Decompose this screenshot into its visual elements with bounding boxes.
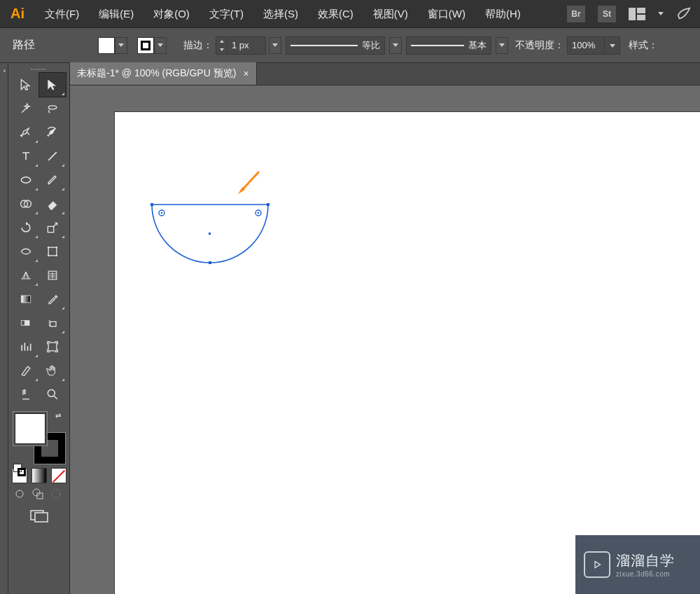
collapsed-panel-strip[interactable]: ‹‹	[0, 63, 8, 594]
stock-icon[interactable]: St	[598, 6, 616, 22]
symbol-sprayer-tool[interactable]	[39, 311, 66, 335]
artboard[interactable]	[115, 112, 700, 594]
opacity-dropdown-icon[interactable]	[605, 36, 620, 55]
scale-tool[interactable]	[39, 216, 66, 240]
svg-marker-4	[220, 48, 224, 51]
svg-marker-5	[610, 44, 615, 48]
stroke-weight-down-icon[interactable]	[216, 46, 227, 54]
hand-tool[interactable]	[39, 359, 66, 382]
arrange-documents-icon[interactable]	[629, 8, 645, 20]
toolbox-grip-icon[interactable]: ••••••	[8, 64, 70, 73]
stroke-dropdown-icon[interactable]	[154, 37, 167, 54]
direct-selection-tool[interactable]	[39, 73, 66, 97]
menu-view[interactable]: 视图(V)	[363, 0, 418, 28]
paintbrush-tool[interactable]	[39, 168, 66, 192]
line-sample-icon	[290, 45, 358, 46]
artboard-tool[interactable]	[39, 335, 66, 359]
anchor-point[interactable]	[267, 203, 270, 206]
brush-dropdown-icon[interactable]	[496, 37, 508, 54]
annotation-arrow	[235, 169, 263, 199]
watermark-play-icon	[584, 551, 610, 578]
anchor-point[interactable]	[150, 203, 153, 206]
svg-point-23	[33, 489, 40, 496]
curvature-tool[interactable]	[39, 120, 66, 144]
svg-rect-18	[24, 321, 29, 326]
mesh-tool[interactable]	[39, 263, 66, 287]
draw-behind-icon[interactable]	[30, 486, 46, 502]
stroke-weight-up-icon[interactable]	[216, 37, 227, 46]
stroke-weight-dropdown-icon[interactable]	[269, 37, 281, 54]
fill-color-box[interactable]	[15, 413, 46, 444]
svg-point-25	[52, 490, 60, 498]
menu-select[interactable]: 选择(S)	[253, 0, 308, 28]
center-point-icon	[209, 233, 211, 235]
document-tab-strip: 未标题-1* @ 100% (RGB/GPU 预览) ×	[70, 63, 700, 85]
fill-dropdown-icon[interactable]	[115, 37, 127, 54]
menu-edit[interactable]: 编辑(E)	[89, 0, 144, 28]
zoom-tool[interactable]	[39, 382, 66, 406]
eyedropper-tool[interactable]	[39, 287, 66, 311]
svg-line-28	[242, 172, 259, 190]
menu-bar: Ai 文件(F) 编辑(E) 对象(O) 文字(T) 选择(S) 效果(C) 视…	[0, 0, 700, 28]
color-mode-gradient[interactable]	[31, 468, 47, 483]
bridge-icon[interactable]: Br	[567, 6, 585, 22]
gpu-preview-icon[interactable]	[676, 6, 692, 22]
draw-inside-icon[interactable]	[48, 486, 64, 502]
brush-definition-dropdown[interactable]: 基本	[406, 36, 491, 55]
menu-type[interactable]: 文字(T)	[200, 0, 253, 28]
pen-tool[interactable]	[13, 120, 39, 144]
gradient-tool[interactable]	[13, 287, 39, 311]
print-tiling-tool[interactable]	[13, 382, 39, 406]
ellipse-tool[interactable]	[13, 168, 39, 192]
eraser-tool[interactable]	[39, 192, 66, 216]
blend-tool[interactable]	[13, 311, 39, 335]
opacity-label: 不透明度：	[515, 39, 564, 52]
canvas-viewport[interactable]: 溜溜自学 zixue.3d66.com	[70, 85, 700, 594]
stroke-swatch-group[interactable]	[137, 37, 167, 54]
expand-panels-icon[interactable]: ‹‹	[0, 67, 8, 74]
free-transform-tool[interactable]	[39, 240, 66, 263]
opacity-input[interactable]: 100%	[567, 36, 605, 55]
variable-width-profile-dropdown[interactable]: 等比	[286, 36, 385, 55]
svg-rect-0	[629, 8, 636, 20]
selected-path-shape[interactable]	[150, 203, 270, 273]
column-graph-tool[interactable]	[13, 335, 39, 359]
color-mode-none[interactable]	[51, 468, 66, 483]
fill-swatch-group[interactable]	[98, 37, 127, 54]
swap-fill-stroke-icon[interactable]: ⇄	[55, 412, 61, 420]
screen-mode-button[interactable]	[12, 509, 66, 524]
document-area: 未标题-1* @ 100% (RGB/GPU 预览) ×	[70, 63, 700, 594]
svg-rect-20	[48, 343, 57, 351]
selection-tool[interactable]	[13, 73, 39, 97]
line-segment-tool[interactable]	[39, 144, 66, 168]
menu-file[interactable]: 文件(F)	[35, 0, 89, 28]
anchor-point[interactable]	[209, 261, 211, 264]
variable-width-dropdown-icon[interactable]	[389, 37, 402, 54]
arrange-dropdown-icon[interactable]	[658, 12, 664, 15]
rotate-tool[interactable]	[13, 216, 39, 240]
shape-builder-tool[interactable]	[13, 192, 39, 216]
lasso-tool[interactable]	[39, 97, 66, 120]
stroke-swatch[interactable]	[137, 37, 154, 54]
slice-tool[interactable]	[13, 359, 39, 382]
fill-swatch[interactable]	[98, 37, 115, 54]
magic-wand-tool[interactable]	[13, 97, 39, 120]
close-tab-icon[interactable]: ×	[243, 68, 248, 79]
menu-effect[interactable]: 效果(C)	[308, 0, 363, 28]
type-tool[interactable]	[13, 144, 39, 168]
menu-window[interactable]: 窗口(W)	[418, 0, 475, 28]
svg-point-11	[47, 247, 49, 249]
svg-marker-30	[595, 562, 601, 568]
stroke-weight-input[interactable]	[227, 36, 266, 55]
perspective-grid-tool[interactable]	[13, 263, 39, 287]
svg-point-21	[48, 389, 55, 396]
draw-normal-icon[interactable]	[12, 486, 27, 502]
width-tool[interactable]	[13, 240, 39, 263]
stroke-weight-stepper[interactable]	[216, 36, 266, 55]
document-tab[interactable]: 未标题-1* @ 100% (RGB/GPU 预览) ×	[70, 62, 257, 85]
variable-width-label: 等比	[362, 39, 380, 52]
svg-point-14	[55, 255, 57, 257]
menu-help[interactable]: 帮助(H)	[475, 0, 531, 28]
fill-stroke-color-box[interactable]: ⇄	[12, 410, 66, 465]
menu-object[interactable]: 对象(O)	[144, 0, 200, 28]
